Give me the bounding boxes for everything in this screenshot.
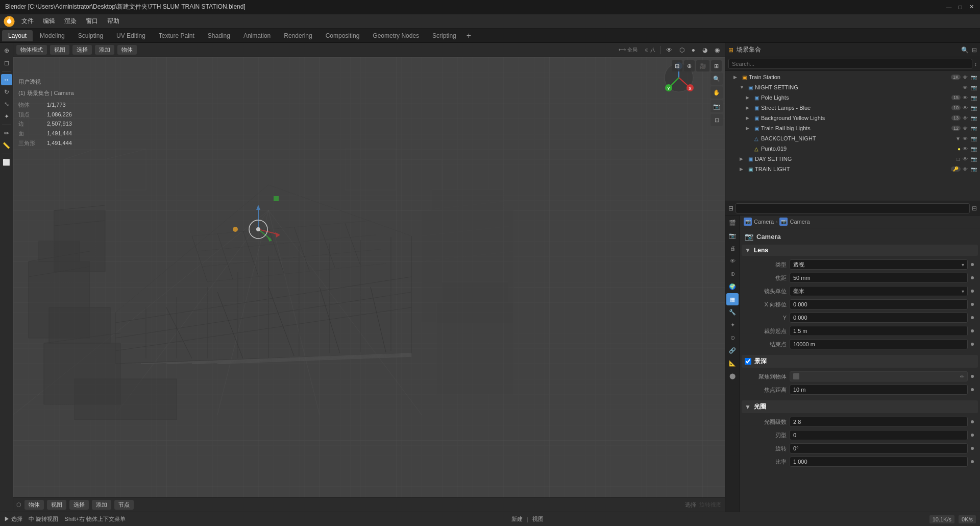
select-tool[interactable]: ◻ xyxy=(1,57,12,68)
vis-back[interactable]: 👁 xyxy=(962,136,969,141)
add-cube-tool[interactable]: ⬜ xyxy=(1,157,12,168)
outliner-item-train-rail[interactable]: ▶ ▣ Train Rail big Lights 12 👁 📷 xyxy=(725,123,980,133)
shifty-field[interactable]: 0.000 xyxy=(790,313,968,323)
camera-view-btn[interactable]: 📷 xyxy=(710,100,723,112)
viewport-shading-wire[interactable]: ⬡ xyxy=(677,46,687,54)
rend-punto[interactable]: 📷 xyxy=(970,146,978,152)
outliner-item-night-setting[interactable]: ▼ ▣ NIGHT SETTING 👁 📷 xyxy=(725,82,980,92)
outliner-search-icon[interactable]: 🔍 xyxy=(961,46,969,54)
shiftx-dot[interactable] xyxy=(971,303,974,306)
prop-tab-modifier[interactable]: 🔧 xyxy=(726,306,739,318)
props-filter-icon[interactable]: ⊟ xyxy=(972,205,977,212)
bottom-select-btn[interactable]: 选择 xyxy=(69,500,89,510)
vis-street[interactable]: 👁 xyxy=(962,105,969,111)
prop-tab-render[interactable]: 📷 xyxy=(726,229,739,242)
focus-dist-dot[interactable] xyxy=(971,388,974,391)
visibility-icon-night[interactable]: 👁 xyxy=(962,85,969,90)
prop-tab-object[interactable]: ▦ xyxy=(726,293,739,305)
viewport-nav-btn[interactable]: ⊕ xyxy=(684,60,695,71)
rend-back[interactable]: 📷 xyxy=(970,136,978,141)
prop-tab-constraints[interactable]: 🔗 xyxy=(726,344,739,356)
menu-edit[interactable]: 编辑 xyxy=(39,15,59,27)
focus-dist-field[interactable]: 10 m xyxy=(790,385,968,395)
viewport-options-btn[interactable]: ⊞ xyxy=(711,60,722,71)
outliner-filter-icon[interactable]: ⊟ xyxy=(972,46,977,54)
fstop-field[interactable]: 2.8 xyxy=(790,417,968,427)
vis-bg[interactable]: 👁 xyxy=(962,115,969,121)
move-tool[interactable]: ↔ xyxy=(1,74,12,85)
lens-section-header[interactable]: ▼ Lens xyxy=(742,245,978,256)
rotation-field[interactable]: 0° xyxy=(790,443,968,453)
outliner-content[interactable]: ▶ ▣ Train Station 1K 👁 📷 ▼ ▣ NIGHT SETTI… xyxy=(725,71,980,201)
maximize-button[interactable]: □ xyxy=(957,4,964,11)
outliner-item-bg-yellow[interactable]: ▶ ▣ Background Yellow Lights 13 👁 📷 xyxy=(725,113,980,123)
aperture-section-header[interactable]: ▼ 光圈 xyxy=(742,400,978,413)
tab-geometry-nodes[interactable]: Geometry Nodes xyxy=(366,30,425,41)
view-layers-btn[interactable]: ⊞ xyxy=(672,60,682,71)
clip-start-field[interactable]: 1.5 m xyxy=(790,326,968,336)
bottom-view-btn[interactable]: 视图 xyxy=(47,500,66,510)
focal-value-field[interactable]: 50 mm xyxy=(790,273,968,283)
vis-rail[interactable]: 👁 xyxy=(962,126,969,131)
prop-tab-scene[interactable]: 🎬 xyxy=(726,217,739,229)
tab-scripting[interactable]: Scripting xyxy=(426,30,462,41)
viewport-view-menu[interactable]: 视图 xyxy=(50,45,69,55)
outliner-item-street-lamps[interactable]: ▶ ▣ Street Lamps - Blue 10 👁 📷 xyxy=(725,103,980,113)
shiftx-field[interactable]: 0.000 xyxy=(790,299,968,309)
vis-trainlight[interactable]: 👁 xyxy=(962,166,969,172)
prop-tab-world[interactable]: 🌍 xyxy=(726,280,739,293)
view-layers-toggle[interactable]: 👁 xyxy=(664,46,674,54)
clip-end-dot[interactable] xyxy=(971,343,974,346)
outliner-item-pole-lights[interactable]: ▶ ▣ Pole Lights 15 👁 📷 xyxy=(725,92,980,103)
unit-dot[interactable] xyxy=(971,290,974,293)
dof-checkbox[interactable] xyxy=(745,358,751,365)
outliner-item-punto[interactable]: ▶ △ Punto.019 ● 👁 📷 xyxy=(725,144,980,154)
close-button[interactable]: ✕ xyxy=(968,4,975,11)
clip-end-field[interactable]: 10000 m xyxy=(790,339,968,349)
window-controls[interactable]: — □ ✕ xyxy=(945,4,975,11)
blades-dot[interactable] xyxy=(971,434,974,437)
checkbox-day[interactable]: □ xyxy=(955,156,961,162)
prop-tab-data[interactable]: 📐 xyxy=(726,357,739,369)
menu-render[interactable]: 渲染 xyxy=(60,15,81,27)
prop-tab-output[interactable]: 🖨 xyxy=(726,242,739,254)
tab-compositing[interactable]: Compositing xyxy=(320,30,366,41)
proportional-edit[interactable]: ⊙ 八 xyxy=(643,46,657,54)
minimize-button[interactable]: — xyxy=(945,4,952,11)
viewport-shading-render[interactable]: ◉ xyxy=(713,46,722,54)
rend-bg[interactable]: 📷 xyxy=(970,115,978,121)
prop-tab-physics[interactable]: ⊙ xyxy=(726,331,739,344)
render-visibility-icon[interactable]: 📷 xyxy=(970,75,978,80)
tab-rendering[interactable]: Rendering xyxy=(278,30,318,41)
ratio-field[interactable]: 1.000 xyxy=(790,457,968,467)
viewport-select-menu[interactable]: 选择 xyxy=(72,45,92,55)
fstop-dot[interactable] xyxy=(971,420,974,423)
viewport-add-menu[interactable]: 添加 xyxy=(95,45,114,55)
prop-tab-material[interactable]: ⬤ xyxy=(726,370,739,382)
visibility-icon[interactable]: 👁 xyxy=(962,75,969,80)
shifty-dot[interactable] xyxy=(971,316,974,319)
tab-sculpting[interactable]: Sculpting xyxy=(72,30,109,41)
scale-tool[interactable]: ⤡ xyxy=(1,99,12,110)
tab-animation[interactable]: Animation xyxy=(237,30,277,41)
tab-texture-paint[interactable]: Texture Paint xyxy=(153,30,201,41)
type-dropdown[interactable]: 透视 xyxy=(790,259,968,270)
unit-dropdown[interactable]: 毫米 xyxy=(790,286,968,296)
annotate-tool[interactable]: ✏ xyxy=(1,128,12,139)
viewport-shading-solid[interactable]: ● xyxy=(690,46,697,54)
outliner-search-input[interactable] xyxy=(728,59,972,69)
orthographic-btn[interactable]: ⊡ xyxy=(710,114,723,126)
tab-modeling[interactable]: Modeling xyxy=(34,30,71,41)
rotation-dot[interactable] xyxy=(971,447,974,450)
zoom-in-btn[interactable]: 🔍 xyxy=(710,73,723,85)
rend-street[interactable]: 📷 xyxy=(970,105,978,111)
menu-window[interactable]: 窗口 xyxy=(82,15,102,27)
viewport-canvas[interactable]: 用户透视 (1) 场景集合 | Camera 物体 1/1,773 顶点 1,0… xyxy=(13,57,725,497)
object-mode-btn[interactable]: 物体 xyxy=(24,500,44,510)
vis-punto[interactable]: 👁 xyxy=(962,146,969,152)
ratio-dot[interactable] xyxy=(971,460,974,463)
pan-btn[interactable]: ✋ xyxy=(710,86,723,99)
outliner-item-train-station[interactable]: ▶ ▣ Train Station 1K 👁 📷 xyxy=(725,72,980,82)
properties-search-input[interactable] xyxy=(736,203,970,213)
focus-obj-pick[interactable]: ✏ xyxy=(801,374,964,379)
